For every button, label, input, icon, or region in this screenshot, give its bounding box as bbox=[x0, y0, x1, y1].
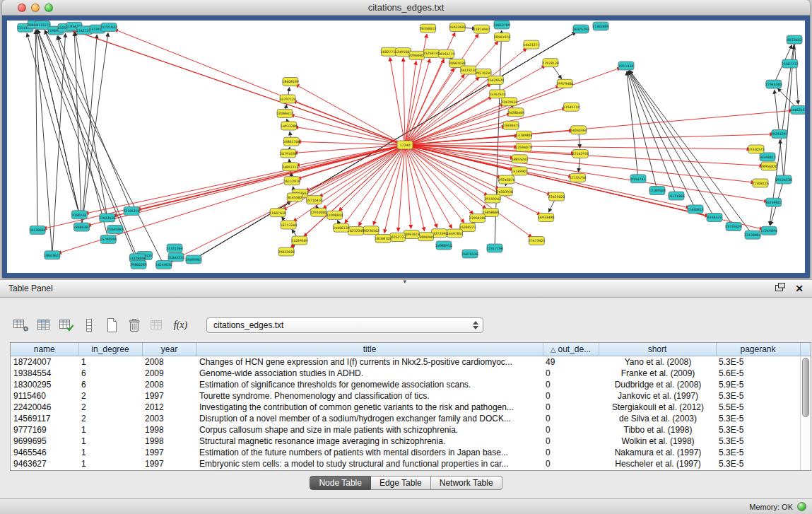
network-node[interactable]: 12317198 bbox=[486, 244, 502, 252]
table-cell[interactable]: Genome-wide association studies in ADHD. bbox=[196, 368, 543, 379]
network-node[interactable]: 24652709 bbox=[493, 21, 510, 29]
network-node[interactable]: 11607638 bbox=[269, 209, 286, 217]
table-cell[interactable]: 2012 bbox=[142, 402, 196, 413]
network-node[interactable]: 25587772 bbox=[782, 59, 798, 68]
network-node[interactable]: 24123736 bbox=[460, 66, 476, 74]
network-node[interactable]: 9180165 bbox=[71, 211, 87, 219]
network-node[interactable]: 9211434 bbox=[618, 62, 634, 70]
table-cell[interactable]: 5.9E-5 bbox=[716, 379, 800, 390]
table-cell[interactable]: 2009 bbox=[142, 368, 196, 379]
table-cell[interactable]: 18300295 bbox=[11, 379, 78, 390]
network-node[interactable]: 20765779 bbox=[438, 49, 454, 58]
network-node[interactable]: 16239807 bbox=[765, 198, 782, 206]
table-cell[interactable]: 2003 bbox=[142, 413, 196, 424]
zoom-window-button[interactable] bbox=[45, 4, 53, 12]
network-node[interactable]: 26933683 bbox=[449, 23, 466, 32]
network-node[interactable]: 18408169 bbox=[282, 78, 298, 86]
table-cell[interactable]: 18724007 bbox=[11, 356, 78, 368]
table-cell[interactable]: 0 bbox=[543, 390, 599, 402]
table-cell[interactable]: 0 bbox=[543, 458, 599, 469]
table-cell[interactable]: 5.3E-5 bbox=[716, 390, 800, 402]
network-node[interactable]: 11545110 bbox=[563, 103, 579, 111]
network-node[interactable]: 14050364 bbox=[570, 126, 587, 134]
network-node[interactable]: 24280469 bbox=[507, 108, 524, 117]
network-node[interactable]: 10797124 bbox=[279, 95, 295, 103]
network-node[interactable]: 16598817 bbox=[759, 153, 775, 161]
network-node[interactable]: 29293297 bbox=[771, 130, 787, 139]
table-cell[interactable]: 1 bbox=[78, 447, 142, 458]
table-cell[interactable]: 9463627 bbox=[11, 458, 78, 469]
table-cell[interactable]: 9115460 bbox=[11, 390, 78, 402]
network-node[interactable]: 22022636 bbox=[99, 214, 115, 222]
network-node[interactable]: 8032462 bbox=[787, 35, 802, 44]
table-panel-header[interactable]: ▾ Table Panel ✕ bbox=[0, 279, 812, 298]
tab-node-table[interactable]: Node Table bbox=[310, 476, 371, 490]
network-node[interactable]: 29124536 bbox=[775, 175, 792, 184]
column-header-name[interactable]: name bbox=[11, 343, 78, 356]
table-row[interactable]: 969969511998Structural magnetic resonanc… bbox=[11, 436, 800, 447]
table-cell[interactable]: 0 bbox=[543, 413, 599, 424]
table-row[interactable]: 2242004622012Investigating the contribut… bbox=[11, 402, 800, 413]
network-node[interactable]: 29822028 bbox=[278, 247, 294, 256]
network-node[interactable]: 24988910 bbox=[435, 241, 452, 250]
table-cell[interactable]: 6 bbox=[78, 379, 142, 390]
function-builder-button[interactable]: f(x) bbox=[170, 316, 192, 334]
network-node[interactable]: 17249894 bbox=[760, 226, 777, 235]
table-cell[interactable]: 0 bbox=[543, 424, 599, 436]
network-node[interactable]: 23138084 bbox=[744, 230, 760, 239]
close-window-button[interactable] bbox=[18, 4, 26, 12]
network-node[interactable]: 11059569 bbox=[291, 236, 307, 245]
table-cell[interactable]: 5.5E-5 bbox=[716, 402, 800, 413]
network-node[interactable]: 25733429 bbox=[725, 223, 741, 231]
network-node[interactable]: 18603627 bbox=[44, 251, 60, 259]
network-node[interactable]: 12910000 bbox=[310, 208, 326, 216]
table-cell[interactable]: Yano et al. (2008) bbox=[599, 356, 716, 368]
rows-icon[interactable] bbox=[79, 316, 98, 334]
network-node[interactable]: 22479634 bbox=[501, 98, 517, 106]
table-cell[interactable]: 0 bbox=[543, 436, 599, 447]
show-columns-icon[interactable] bbox=[34, 316, 53, 334]
network-node[interactable]: 14144630 bbox=[155, 261, 172, 269]
network-node[interactable]: 8338323 bbox=[707, 214, 722, 222]
table-cell[interactable]: 1997 bbox=[142, 447, 196, 458]
network-node[interactable]: 21043231 bbox=[167, 253, 184, 262]
network-node[interactable]: 11303885 bbox=[592, 22, 608, 30]
table-cell[interactable]: 14569117 bbox=[11, 413, 78, 424]
table-cell[interactable]: 1 bbox=[78, 424, 142, 436]
table-cell[interactable]: Hescheler et al. (1997) bbox=[599, 458, 716, 469]
network-node[interactable]: 28956820 bbox=[760, 162, 777, 170]
table-row[interactable]: 1456911722003Disruption of a novel membe… bbox=[11, 413, 800, 424]
table-cell[interactable]: 2008 bbox=[142, 379, 196, 390]
table-cell[interactable]: 1998 bbox=[142, 436, 196, 447]
table-cell[interactable]: 5.3E-5 bbox=[716, 447, 800, 458]
table-cell[interactable]: Wolkin et al. (1998) bbox=[599, 436, 716, 447]
network-node[interactable]: 18168705 bbox=[375, 235, 391, 243]
network-node[interactable]: 14933286 bbox=[281, 122, 297, 130]
table-cell[interactable]: 0 bbox=[543, 402, 599, 413]
table-row[interactable]: 946362711997Embryonic stem cells: a mode… bbox=[11, 458, 800, 469]
table-row[interactable]: 1830029562008Estimation of significance … bbox=[11, 379, 800, 390]
network-node[interactable]: 11098810 bbox=[326, 211, 343, 219]
network-node[interactable]: 16121866 bbox=[668, 192, 684, 200]
table-row[interactable]: 911546021997Tourette syndrome. Phenomeno… bbox=[11, 390, 800, 402]
network-node[interactable]: 22142976 bbox=[572, 150, 589, 158]
network-node[interactable]: 18713340 bbox=[281, 221, 297, 229]
network-node[interactable]: 13438475 bbox=[502, 121, 519, 129]
table-cell[interactable]: 22420046 bbox=[11, 402, 78, 413]
network-node[interactable]: 21308125 bbox=[752, 179, 768, 187]
table-cell[interactable]: Tourette syndrome. Phenomenology and cla… bbox=[196, 390, 543, 402]
new-file-icon[interactable] bbox=[102, 316, 121, 334]
table-settings-icon[interactable] bbox=[11, 316, 30, 334]
window-titlebar[interactable]: citations_edges.txt bbox=[2, 0, 810, 16]
network-node[interactable]: 22321264 bbox=[166, 244, 182, 252]
network-node[interactable]: 25876516 bbox=[461, 250, 478, 258]
table-cell[interactable]: 9777169 bbox=[11, 424, 78, 436]
network-node[interactable]: 11430613 bbox=[687, 205, 703, 214]
network-node[interactable]: 15710410 bbox=[306, 196, 322, 204]
network-node[interactable]: 29979480 bbox=[557, 79, 573, 88]
network-node[interactable]: 28561070 bbox=[494, 33, 510, 41]
network-node[interactable]: 14497857 bbox=[447, 229, 463, 238]
network-node[interactable]: 15790590 bbox=[100, 235, 117, 244]
table-cell[interactable]: 9699695 bbox=[11, 436, 78, 447]
network-node[interactable]: 27473421 bbox=[529, 237, 545, 245]
